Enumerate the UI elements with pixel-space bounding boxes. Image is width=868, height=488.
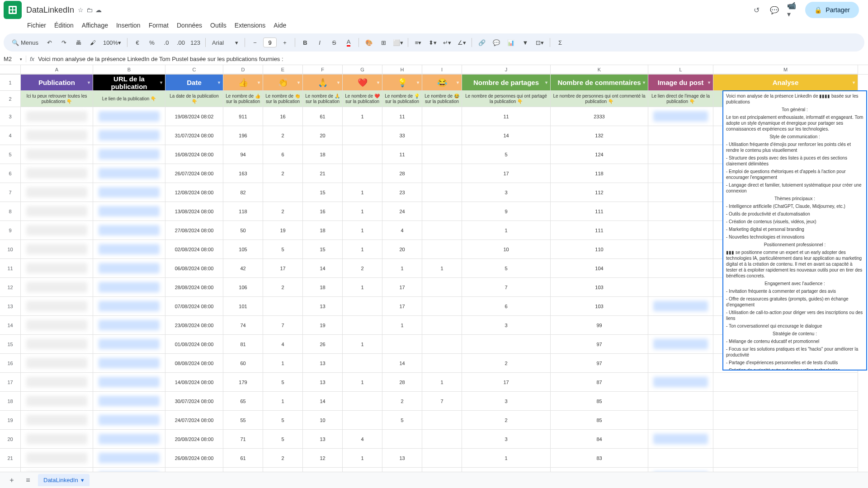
data-cell[interactable]: 5 xyxy=(382,411,422,430)
data-cell[interactable]: 21 xyxy=(303,164,343,183)
fill-color-button[interactable]: 🎨 xyxy=(363,36,375,49)
data-cell[interactable] xyxy=(93,145,165,164)
col-header[interactable]: B xyxy=(93,65,165,74)
data-cell[interactable] xyxy=(93,202,165,221)
menu-edition[interactable]: Édition xyxy=(51,20,77,32)
subheader-cell[interactable]: Le nombre de 👏 sur la publication xyxy=(263,91,303,107)
data-cell[interactable]: 3 xyxy=(263,468,303,472)
data-cell[interactable] xyxy=(713,449,858,468)
sheets-logo[interactable] xyxy=(4,1,22,19)
col-header[interactable]: C xyxy=(165,65,223,74)
data-cell[interactable]: 28/08/2024 08:00 xyxy=(165,278,223,297)
data-cell[interactable] xyxy=(93,126,165,145)
data-cell[interactable] xyxy=(713,430,858,449)
row-header[interactable]: 7 xyxy=(0,183,21,202)
data-cell[interactable]: 06/08/2024 08:00 xyxy=(165,259,223,278)
wrap-button[interactable]: ↵▾ xyxy=(441,36,453,49)
data-cell[interactable] xyxy=(648,126,713,145)
data-cell[interactable]: 55 xyxy=(223,411,263,430)
column-header-cell[interactable]: Nombre de partages▾ xyxy=(462,75,551,91)
data-cell[interactable] xyxy=(21,164,93,183)
data-cell[interactable] xyxy=(21,354,93,373)
data-cell[interactable] xyxy=(93,316,165,335)
data-cell[interactable]: 5 xyxy=(462,145,551,164)
data-cell[interactable] xyxy=(21,183,93,202)
formula-input[interactable]: Voici mon analyse de la présence LinkedI… xyxy=(38,56,283,62)
data-cell[interactable] xyxy=(93,278,165,297)
filter-views-button[interactable]: ⊡▾ xyxy=(533,36,546,49)
data-cell[interactable] xyxy=(648,221,713,240)
menu-outils[interactable]: Outils xyxy=(207,20,230,32)
data-cell[interactable]: 2 xyxy=(343,259,382,278)
data-cell[interactable] xyxy=(422,430,462,449)
data-cell[interactable] xyxy=(21,145,93,164)
data-cell[interactable]: 14 xyxy=(462,126,551,145)
data-cell[interactable]: 16 xyxy=(263,107,303,126)
data-cell[interactable]: 17 xyxy=(462,164,551,183)
menu-insertion[interactable]: Insertion xyxy=(113,20,144,32)
data-cell[interactable] xyxy=(93,259,165,278)
column-header-cell[interactable]: URL de la publication▾ xyxy=(93,75,165,91)
data-cell[interactable] xyxy=(21,373,93,392)
column-header-cell[interactable]: 👍▾ xyxy=(223,75,263,91)
data-cell[interactable] xyxy=(422,335,462,354)
data-cell[interactable]: 106 xyxy=(223,278,263,297)
data-cell[interactable]: 2 xyxy=(263,202,303,221)
data-cell[interactable]: 104 xyxy=(551,259,648,278)
data-cell[interactable]: 61 xyxy=(303,107,343,126)
col-header[interactable]: D xyxy=(223,65,263,74)
data-cell[interactable]: 24 xyxy=(382,202,422,221)
data-cell[interactable]: 28 xyxy=(382,373,422,392)
data-cell[interactable]: 01/08/2024 08:00 xyxy=(165,335,223,354)
data-cell[interactable]: 28 xyxy=(382,164,422,183)
history-icon[interactable]: ↺ xyxy=(751,5,762,15)
redo-button[interactable]: ↷ xyxy=(57,36,70,49)
row-header[interactable]: 8 xyxy=(0,202,21,221)
data-cell[interactable] xyxy=(21,430,93,449)
data-cell[interactable] xyxy=(343,164,382,183)
row-header[interactable]: 11 xyxy=(0,259,21,278)
data-cell[interactable]: 2 xyxy=(263,449,303,468)
rotate-button[interactable]: ∠▾ xyxy=(455,36,468,49)
row-header[interactable]: 15 xyxy=(0,335,21,354)
menu-donnees[interactable]: Données xyxy=(173,20,206,32)
data-cell[interactable] xyxy=(93,183,165,202)
data-cell[interactable] xyxy=(21,240,93,259)
dec-decrease-button[interactable]: .0 xyxy=(160,36,173,49)
column-header-cell[interactable]: 🙏▾ xyxy=(303,75,343,91)
data-cell[interactable]: 97 xyxy=(551,335,648,354)
data-cell[interactable] xyxy=(422,297,462,316)
column-header-cell[interactable]: 👏▾ xyxy=(263,75,303,91)
data-cell[interactable]: 14 xyxy=(303,392,343,411)
data-cell[interactable] xyxy=(713,411,858,430)
data-cell[interactable]: 111 xyxy=(551,221,648,240)
data-cell[interactable]: 103 xyxy=(551,278,648,297)
row-header[interactable]: 1 xyxy=(0,75,21,91)
data-cell[interactable]: 16 xyxy=(303,202,343,221)
data-cell[interactable]: 65 xyxy=(223,392,263,411)
row-header[interactable]: 10 xyxy=(0,240,21,259)
share-button[interactable]: 🔒 Partager xyxy=(805,2,859,18)
row-header[interactable]: 21 xyxy=(0,449,21,468)
data-cell[interactable] xyxy=(343,126,382,145)
data-cell[interactable]: 3 xyxy=(462,392,551,411)
subheader-cell[interactable]: Le nombre de 🙏 sur la publication xyxy=(303,91,343,107)
row-header[interactable]: 6 xyxy=(0,164,21,183)
data-cell[interactable]: 81 xyxy=(223,335,263,354)
data-cell[interactable]: 18 xyxy=(303,221,343,240)
col-header[interactable]: J xyxy=(462,65,551,74)
link-button[interactable]: 🔗 xyxy=(476,36,488,49)
num-format-button[interactable]: 123 xyxy=(189,36,202,49)
subheader-cell[interactable]: Le nombre de 💡 sur la publication xyxy=(382,91,422,107)
data-cell[interactable] xyxy=(422,221,462,240)
data-cell[interactable] xyxy=(648,430,713,449)
data-cell[interactable] xyxy=(21,221,93,240)
data-cell[interactable] xyxy=(422,316,462,335)
data-cell[interactable]: 110 xyxy=(551,240,648,259)
data-cell[interactable]: 1 xyxy=(343,240,382,259)
star-icon[interactable]: ☆ xyxy=(78,6,84,14)
select-all-corner[interactable] xyxy=(0,65,21,74)
data-cell[interactable]: 14/08/2024 08:00 xyxy=(165,373,223,392)
data-cell[interactable]: 33 xyxy=(382,126,422,145)
currency-button[interactable]: € xyxy=(131,36,144,49)
